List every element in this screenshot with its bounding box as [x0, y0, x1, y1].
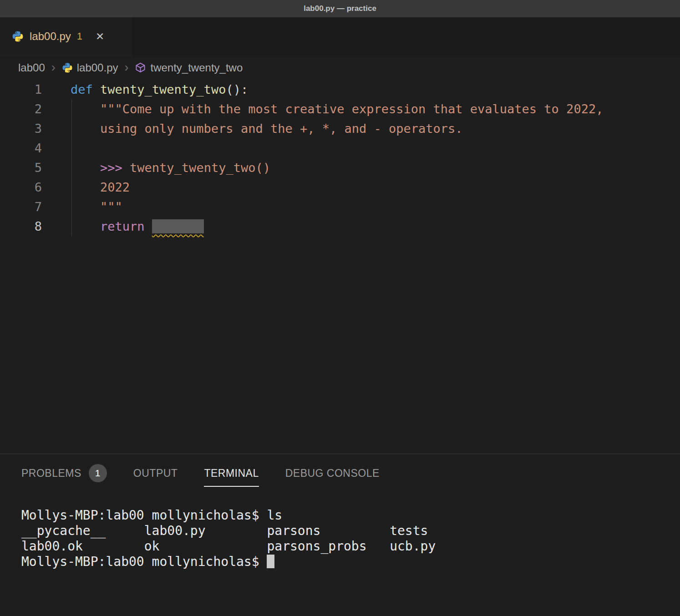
python-icon [12, 30, 24, 42]
bottom-panel: PROBLEMS 1 OUTPUT TERMINAL DEBUG CONSOLE… [0, 454, 680, 616]
terminal-line: __pycache__ lab00.py parsons tests [21, 523, 680, 539]
breadcrumb-file[interactable]: lab00.py [77, 61, 118, 74]
window-title: lab00.py — practice [304, 4, 376, 13]
line-number: 2 [0, 99, 42, 119]
close-icon[interactable]: ✕ [96, 30, 104, 43]
tab-lab00-py[interactable]: lab00.py 1 ✕ [0, 17, 132, 56]
symbol-cube-icon [135, 62, 146, 73]
breadcrumb-symbol[interactable]: twenty_twenty_two [150, 61, 243, 74]
panel-tab-output[interactable]: OUTPUT [133, 460, 178, 487]
indent-guide [71, 99, 72, 236]
panel-tab-debug-console[interactable]: DEBUG CONSOLE [285, 460, 380, 487]
editor-tab-strip: lab00.py 1 ✕ [0, 17, 680, 56]
code-lines: 1def twenty_twenty_two():2 """Come up wi… [0, 80, 680, 236]
chevron-right-icon: › [51, 61, 56, 75]
code-line[interactable]: 3 using only numbers and the +, *, and -… [0, 119, 680, 138]
line-number: 1 [0, 80, 42, 99]
code-line[interactable]: 1def twenty_twenty_two(): [0, 80, 680, 99]
code-line[interactable]: 7 """ [0, 197, 680, 217]
panel-tab-label: OUTPUT [133, 467, 178, 480]
tab-problem-count: 1 [77, 30, 82, 42]
panel-tab-label: TERMINAL [204, 467, 259, 480]
panel-tab-label: PROBLEMS [21, 467, 81, 480]
panel-tab-label: DEBUG CONSOLE [285, 467, 380, 480]
line-number: 4 [0, 138, 42, 158]
code-line[interactable]: 2 """Come up with the most creative expr… [0, 99, 680, 119]
line-number: 8 [0, 217, 42, 236]
code-line[interactable]: 5 >>> twenty_twenty_two() [0, 158, 680, 177]
code-line[interactable]: 6 2022 [0, 177, 680, 197]
breadcrumb-folder[interactable]: lab00 [18, 61, 45, 74]
terminal-line: Mollys-MBP:lab00 mollynicholas$ ls [21, 508, 680, 523]
title-bar: lab00.py — practice [0, 0, 680, 17]
code-line[interactable]: 8 return [0, 217, 680, 236]
line-number: 5 [0, 158, 42, 177]
terminal-output[interactable]: Mollys-MBP:lab00 mollynicholas$ ls__pyca… [0, 508, 680, 570]
panel-tab-terminal[interactable]: TERMINAL [204, 460, 259, 487]
line-number: 7 [0, 197, 42, 217]
panel-tab-bar: PROBLEMS 1 OUTPUT TERMINAL DEBUG CONSOLE [0, 454, 680, 487]
python-icon [62, 62, 73, 73]
blank-placeholder [152, 219, 204, 233]
code-line[interactable]: 4 [0, 138, 680, 158]
breadcrumb: lab00 › lab00.py › twenty_twenty_two [0, 56, 680, 80]
panel-tab-problems[interactable]: PROBLEMS 1 [21, 460, 107, 487]
tab-label: lab00.py [30, 30, 71, 43]
terminal-line: lab00.ok ok parsons_probs ucb.py [21, 539, 680, 554]
line-number: 6 [0, 177, 42, 197]
chevron-right-icon: › [124, 61, 128, 75]
code-editor[interactable]: 1def twenty_twenty_two():2 """Come up wi… [0, 80, 680, 454]
terminal-line: Mollys-MBP:lab00 mollynicholas$ [21, 554, 680, 570]
line-number: 3 [0, 119, 42, 138]
problems-count-badge: 1 [89, 464, 107, 482]
terminal-cursor [267, 555, 274, 568]
